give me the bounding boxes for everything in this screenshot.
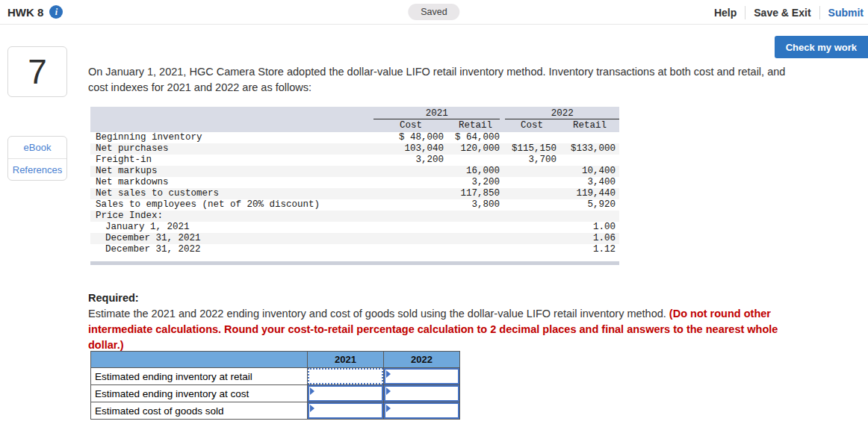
cell-flag-icon	[310, 387, 314, 395]
cost-2021-value	[374, 233, 447, 244]
row-label: Net sales to customers	[90, 188, 374, 199]
answer-row: Estimated ending inventory at retail	[91, 368, 460, 385]
cell-flag-icon	[386, 387, 391, 395]
answer-row-label: Estimated ending inventory at cost	[91, 385, 308, 402]
cell-flag-icon	[386, 405, 391, 412]
data-table-body: Beginning inventory$ 48,000$ 64,000Net p…	[90, 132, 619, 255]
row-label: Price Index:	[90, 211, 374, 222]
problem-text: On January 1, 2021, HGC Camera Store ado…	[88, 64, 794, 96]
answer-row: Estimated ending inventory at cost	[91, 385, 460, 402]
row-label: Net markdowns	[90, 177, 374, 188]
cost-2022-value	[503, 222, 560, 233]
retail-2022-value	[560, 211, 619, 222]
retail-2021-value	[447, 233, 503, 244]
retail-2021-value: 16,000	[447, 166, 503, 177]
year-header-2022: 2022	[505, 108, 619, 119]
table-row: Price Index:	[90, 211, 619, 222]
table-bottom-border	[90, 261, 619, 265]
top-bar: HWK 8 i Saved Help Save & Exit Submit	[0, 0, 868, 25]
row-label: Net purchases	[90, 143, 374, 155]
answer-row-label: Estimated ending inventory at retail	[91, 368, 308, 385]
year-header-2021: 2021	[373, 108, 500, 119]
resources-box: eBook References	[7, 136, 67, 181]
retail-2021-value: 3,200	[447, 177, 503, 188]
cost-2022-value: 3,700	[503, 155, 560, 166]
answer-header-blank	[91, 352, 308, 368]
cost-2021-value	[374, 222, 447, 233]
answer-input-2021[interactable]	[308, 368, 383, 384]
answer-header-row: 20212022	[91, 352, 460, 368]
answer-input-2022[interactable]	[384, 402, 459, 419]
answer-input-2022[interactable]	[384, 368, 459, 384]
row-label: January 1, 2021	[90, 222, 374, 233]
retail-2021-value	[447, 211, 503, 222]
required-heading: Required:	[88, 290, 790, 306]
answer-row: Estimated cost of goods sold	[91, 402, 460, 420]
table-row: Net markdowns3,2003,400	[90, 177, 619, 188]
cost-2021-value	[374, 244, 447, 255]
table-row: Net markups16,00010,400	[90, 166, 619, 177]
table-row: Net sales to customers117,850119,440	[90, 188, 619, 199]
cost-2021-value	[374, 177, 447, 188]
cost-2021-value: $ 48,000	[374, 132, 447, 143]
cost-2021-value: 3,200	[374, 155, 447, 166]
references-link[interactable]: References	[8, 158, 66, 180]
retail-2022-value: 10,400	[560, 166, 619, 177]
retail-2022-value	[560, 155, 619, 166]
answer-table: 20212022Estimated ending inventory at re…	[90, 351, 460, 420]
row-label: Sales to employees (net of 20% discount)	[90, 199, 374, 211]
retail-2022-value: 5,920	[560, 199, 619, 211]
cost-2022-value	[503, 199, 560, 211]
retail-2021-value	[447, 244, 503, 255]
retail-2022-value: 1.00	[560, 222, 619, 233]
row-label: Beginning inventory	[90, 132, 374, 143]
answer-col-header: 2022	[384, 352, 460, 368]
cost-2021-value	[374, 166, 447, 177]
submit-button[interactable]: Submit	[820, 7, 865, 19]
retail-2022-value: 1.06	[560, 233, 619, 244]
answer-input-2021[interactable]	[308, 402, 383, 419]
question-number: 7	[7, 46, 67, 97]
subheader-retail-2022: Retail	[560, 119, 619, 132]
cost-2021-value	[374, 199, 447, 211]
assignment-title: HWK 8	[7, 6, 43, 19]
retail-2021-value: 120,000	[447, 143, 503, 155]
cost-2022-value	[503, 166, 560, 177]
cost-2022-value	[503, 177, 560, 188]
row-label: December 31, 2022	[90, 244, 374, 255]
cell-flag-icon	[310, 405, 314, 412]
cost-2022-value	[503, 188, 560, 199]
data-table-header: 2021 2022 Cost Retail Cost Retail	[90, 107, 619, 132]
retail-2022-value	[560, 132, 619, 143]
cost-2022-value: $115,150	[503, 143, 560, 155]
retail-2021-value: $ 64,000	[447, 132, 503, 143]
subheader-cost-2021: Cost	[374, 119, 447, 132]
table-row: Beginning inventory$ 48,000$ 64,000	[90, 132, 619, 143]
subheader-retail-2021: Retail	[447, 119, 503, 132]
retail-2022-value: 119,440	[560, 188, 619, 199]
answer-input-2022[interactable]	[384, 385, 459, 402]
help-button[interactable]: Help	[706, 7, 745, 19]
table-row: December 31, 20221.12	[90, 244, 619, 255]
table-row: Freight-in3,2003,700	[90, 155, 619, 166]
retail-2022-value: $133,000	[560, 143, 619, 155]
saved-status-badge: Saved	[408, 4, 459, 20]
subheader-cost-2022: Cost	[503, 119, 560, 132]
table-row: January 1, 20211.00	[90, 222, 619, 233]
table-row: December 31, 20211.06	[90, 233, 619, 244]
answer-input-2021[interactable]	[308, 385, 383, 402]
info-icon[interactable]: i	[49, 5, 63, 19]
required-text: Estimate the 2021 and 2022 ending invent…	[88, 308, 669, 320]
cost-2022-value	[503, 244, 560, 255]
check-my-work-button[interactable]: Check my work	[775, 36, 868, 58]
row-label: Freight-in	[90, 155, 374, 166]
save-exit-button[interactable]: Save & Exit	[745, 7, 819, 19]
cell-flag-icon	[386, 370, 391, 378]
retail-2021-value: 117,850	[447, 188, 503, 199]
cost-2021-value	[374, 188, 447, 199]
table-row: Sales to employees (net of 20% discount)…	[90, 199, 619, 211]
cost-2021-value	[374, 211, 447, 222]
ebook-link[interactable]: eBook	[8, 137, 66, 158]
required-section: Required: Estimate the 2021 and 2022 end…	[88, 290, 790, 353]
required-instructions: Estimate the 2021 and 2022 ending invent…	[88, 306, 790, 353]
